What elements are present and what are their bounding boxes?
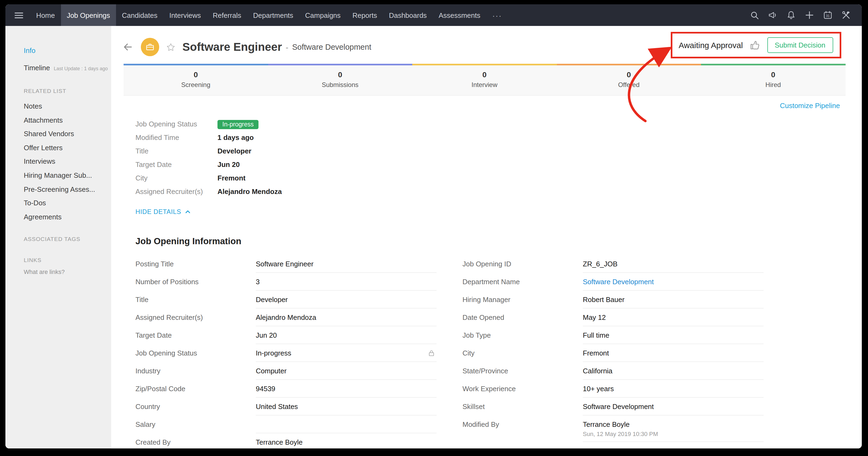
screenshot-stage: Home Job Openings Candidates Interviews … — [0, 0, 868, 456]
field-label: Job Opening Status — [135, 344, 256, 362]
sidebar-item-timeline[interactable]: TimelineLast Update : 1 days ago — [24, 64, 106, 72]
detail-row: Hiring Manager Robert Bauer — [462, 291, 764, 309]
what-are-links-hint[interactable]: What are links? — [24, 269, 106, 275]
value-text: United States — [256, 402, 298, 410]
status-badge: In-progress — [217, 120, 258, 129]
links-header: LINKS — [24, 257, 106, 263]
detail-row: Department Name Software Development — [462, 273, 764, 291]
value-text: May 12 — [583, 313, 606, 321]
field-label: Title — [135, 291, 256, 309]
hamburger-menu-icon[interactable] — [5, 4, 30, 26]
nav-item-candidates[interactable]: Candidates — [116, 4, 163, 26]
search-icon[interactable] — [750, 10, 759, 20]
detail-row: Job Opening Status In-progress — [135, 344, 437, 362]
stage-label: Offered — [557, 81, 701, 89]
value-text: Jun 20 — [256, 331, 277, 339]
department-subtitle: Software Development — [292, 43, 371, 51]
stage-count: 0 — [268, 70, 412, 79]
field-label: City — [462, 344, 583, 362]
pipeline-stage-hired[interactable]: 0 Hired — [701, 64, 845, 95]
field-value: Software Development — [583, 273, 764, 291]
nav-item-interviews[interactable]: Interviews — [163, 4, 207, 26]
stage-label: Screening — [124, 81, 268, 89]
nav-item-assessments[interactable]: Assessments — [433, 4, 487, 26]
thumbs-up-icon — [749, 39, 761, 51]
detail-row: Job Type Full time — [462, 326, 764, 344]
section-title: Job Opening Information — [135, 236, 862, 246]
sidebar-item-attachments[interactable]: Attachments — [24, 113, 106, 127]
field-label: Job Type — [462, 326, 583, 344]
nav-more-button[interactable]: ··· — [486, 4, 508, 26]
add-plus-icon[interactable] — [804, 10, 814, 20]
approval-status-text: Awaiting Approval — [679, 40, 743, 50]
value-text: In-progress — [256, 349, 291, 357]
nav-item-dashboards[interactable]: Dashboards — [383, 4, 433, 26]
back-arrow-icon[interactable] — [122, 41, 134, 53]
detail-row: Zip/Postal Code 94539 — [135, 380, 437, 398]
summary-label: Assigned Recruiter(s) — [135, 185, 217, 198]
stage-label: Submissions — [268, 81, 412, 89]
nav-icon-group: 31 — [750, 4, 862, 26]
field-value: Fremont — [583, 344, 764, 362]
summary-label: Modified Time — [135, 131, 217, 144]
notifications-bell-icon[interactable] — [786, 10, 796, 20]
job-opening-avatar — [141, 38, 159, 56]
sidebar-item-notes[interactable]: Notes — [24, 99, 106, 113]
summary-label: City — [135, 171, 217, 185]
summary-label: Title — [135, 144, 217, 158]
timeline-label[interactable]: Timeline — [24, 64, 50, 72]
department-link[interactable]: Software Development — [583, 278, 654, 286]
hide-details-link[interactable]: HIDE DETAILS — [135, 208, 862, 216]
nav-item-referrals[interactable]: Referrals — [207, 4, 247, 26]
field-value — [256, 416, 437, 433]
nav-item-campaigns[interactable]: Campaigns — [299, 4, 347, 26]
detail-row: Industry Computer — [135, 362, 437, 380]
customize-pipeline-link[interactable]: Customize Pipeline — [780, 102, 840, 110]
announcement-icon[interactable] — [768, 10, 777, 20]
value-text: Fremont — [583, 349, 609, 357]
sidebar-item-interviews[interactable]: Interviews — [24, 155, 106, 169]
summary-value: Fremont — [217, 171, 246, 185]
sidebar-item-hiring-manager-submissions[interactable]: Hiring Manager Sub... — [24, 169, 106, 182]
field-value: 3 — [256, 273, 437, 291]
pipeline-stage-submissions[interactable]: 0 Submissions — [268, 64, 412, 95]
timeline-last-update: Last Update : 1 days ago — [54, 66, 107, 71]
value-text: Developer — [256, 295, 288, 304]
detail-row: State/Province California — [462, 362, 764, 380]
calendar-icon[interactable]: 31 — [823, 10, 832, 20]
stage-count: 0 — [701, 70, 845, 79]
setup-tools-icon[interactable] — [841, 10, 851, 20]
field-value: Software Engineer — [256, 255, 437, 273]
pipeline-stage-offered[interactable]: 0 Offered — [557, 64, 701, 95]
summary-row: Target Date Jun 20 — [135, 158, 862, 171]
summary-value: Jun 20 — [217, 158, 240, 171]
pipeline-stage-interview[interactable]: 0 Interview — [412, 64, 557, 95]
field-label: Date Opened — [462, 309, 583, 326]
summary-label: Job Opening Status — [135, 117, 217, 131]
sidebar-item-agreements[interactable]: Agreements — [24, 210, 106, 224]
pipeline-stage-screening[interactable]: 0 Screening — [124, 64, 268, 95]
favorite-star-icon[interactable] — [166, 42, 176, 52]
sidebar-item-shared-vendors[interactable]: Shared Vendors — [24, 127, 106, 141]
field-value: 94539 — [256, 380, 437, 398]
nav-item-departments[interactable]: Departments — [247, 4, 299, 26]
field-value: Alejandro Mendoza — [256, 309, 437, 326]
sidebar-item-to-dos[interactable]: To-Dos — [24, 196, 106, 210]
sidebar-item-pre-screening-assessments[interactable]: Pre-Screening Asses... — [24, 182, 106, 196]
nav-item-reports[interactable]: Reports — [346, 4, 383, 26]
value-text: Computer — [256, 367, 286, 375]
value-text: Terrance Boyle — [256, 438, 303, 446]
sidebar-item-offer-letters[interactable]: Offer Letters — [24, 141, 106, 155]
nav-item-job-openings[interactable]: Job Openings — [61, 4, 116, 26]
detail-row: Title Developer — [135, 291, 437, 309]
calendar-day-number: 31 — [826, 14, 829, 18]
field-value: Terrance Boyle Sun, 12 May 2019 10:30 PM — [583, 416, 764, 442]
stage-label: Hired — [701, 81, 845, 89]
field-label: Country — [135, 398, 256, 416]
summary-value: 1 days ago — [217, 131, 254, 144]
submit-decision-button[interactable]: Submit Decision — [767, 37, 833, 53]
detail-row: Posting Title Software Engineer — [135, 255, 437, 273]
field-value: Computer — [256, 362, 437, 380]
sidebar-item-info[interactable]: Info — [24, 47, 106, 55]
nav-item-home[interactable]: Home — [30, 4, 61, 26]
